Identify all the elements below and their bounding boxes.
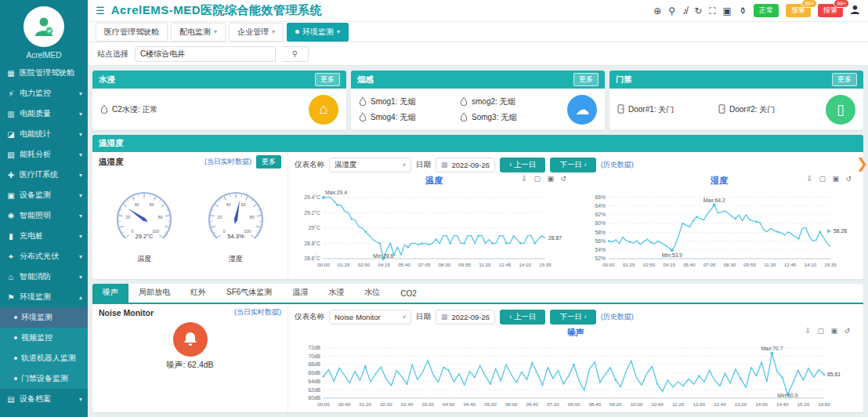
noise-prev-day-button[interactable]: ‹ 上一日 bbox=[500, 310, 545, 325]
sidebar-item[interactable]: ▤设备档案▾ bbox=[0, 389, 88, 409]
sidebar-item-label: 智能消防 bbox=[20, 271, 79, 282]
nav-tab[interactable]: 医疗管理驾驶舱 bbox=[96, 23, 168, 42]
chart-toolbar-icons[interactable]: ⇩ ▢ ▣ ↺ bbox=[806, 175, 854, 183]
svg-text:29.2°C: 29.2°C bbox=[304, 210, 320, 216]
noise-tab-8[interactable]: CO2 bbox=[390, 285, 427, 303]
active-dot-icon bbox=[295, 30, 299, 34]
env-realtime-link[interactable]: (当日实时数据) bbox=[204, 157, 251, 167]
svg-text:29°C: 29°C bbox=[309, 225, 320, 230]
chart-toolbar-icons[interactable]: ⇩ ▢ ▣ ↺ bbox=[521, 175, 569, 183]
gauges: 02040608010029.2°C 温度 02040608010054.3% … bbox=[99, 169, 281, 276]
sidebar-subitem[interactable]: 门禁设备监测 bbox=[0, 368, 88, 389]
env-next-day-button[interactable]: 下一日 › bbox=[550, 158, 595, 172]
noise-next-day-button[interactable]: 下一日 › bbox=[550, 310, 595, 325]
mute-icon[interactable]: ♪̸ bbox=[682, 5, 687, 16]
svg-text:00:00: 00:00 bbox=[602, 262, 615, 267]
noise-tab-5[interactable]: 温湿 bbox=[282, 284, 318, 303]
sidebar-subitem[interactable]: 视频监控 bbox=[0, 328, 88, 348]
noise-tab-7[interactable]: 水位 bbox=[354, 284, 390, 303]
screen-icon[interactable]: ▣ bbox=[723, 5, 732, 16]
svg-text:02:50: 02:50 bbox=[643, 262, 656, 267]
user-icon[interactable] bbox=[850, 5, 860, 17]
sidebar-item[interactable]: ⚡电力监控▾ bbox=[0, 83, 88, 103]
noise-history-link[interactable]: (历史数据) bbox=[601, 312, 634, 322]
sensor-reading: Somg3: 无烟 bbox=[472, 112, 516, 123]
charging-icon: ▮ bbox=[5, 232, 16, 241]
sensor-reading: Door#1: 关门 bbox=[628, 104, 674, 115]
sidebar-item-label: 电力监控 bbox=[20, 88, 79, 99]
sidebar-item[interactable]: ▮充电桩▾ bbox=[0, 226, 88, 246]
sidebar-item[interactable]: ▥电能质量▾ bbox=[0, 103, 88, 124]
clear-icon[interactable]: ⚱ bbox=[739, 5, 747, 16]
site-search-input[interactable] bbox=[135, 46, 276, 62]
sidebar: AcrelMED ▦医院管理驾驶舱⚡电力监控▾▥电能质量▾◪电能统计▾▧能耗分析… bbox=[0, 0, 88, 417]
svg-text:04:15: 04:15 bbox=[663, 262, 675, 267]
sidebar-item[interactable]: ▦医院管理驾驶舱 bbox=[0, 63, 88, 83]
noise-tab-6[interactable]: 水浸 bbox=[318, 284, 354, 303]
svg-text:14:10: 14:10 bbox=[519, 262, 532, 267]
svg-text:58.28: 58.28 bbox=[834, 228, 847, 234]
svg-text:28.8°C: 28.8°C bbox=[304, 241, 320, 246]
sidebar-item[interactable]: ♨智能消防▾ bbox=[0, 267, 88, 287]
noise-date-label: 日期 bbox=[416, 312, 431, 322]
sidebar-item-label: 分布式光伏 bbox=[20, 251, 79, 262]
env-meter-select[interactable]: 温湿度▾ bbox=[329, 158, 411, 172]
globe-icon[interactable]: ⊕ bbox=[653, 5, 661, 16]
water-more-button[interactable]: 更多 bbox=[315, 73, 340, 86]
warning-status-badge[interactable]: 预警99+ bbox=[786, 4, 811, 17]
svg-text:06:40: 06:40 bbox=[526, 401, 539, 407]
calendar-icon: ▦ bbox=[441, 313, 448, 321]
noise-tab-3[interactable]: 红外 bbox=[180, 284, 216, 303]
noise-tab-2[interactable]: 局部放电 bbox=[128, 284, 180, 303]
search-icon[interactable]: ⚲ bbox=[668, 5, 675, 16]
svg-text:64%: 64% bbox=[595, 203, 606, 208]
env-date-picker[interactable]: ▦2022-09-26 bbox=[436, 158, 495, 172]
svg-text:07:05: 07:05 bbox=[418, 262, 431, 267]
sidebar-subitem[interactable]: 环境监测 bbox=[0, 307, 88, 328]
gauge-column: 温湿度 (当日实时数据) 更多 02040608010029.2°C 温度 02… bbox=[92, 152, 288, 279]
droplet-icon bbox=[460, 112, 468, 123]
svg-text:00:40: 00:40 bbox=[338, 401, 351, 407]
sidebar-item[interactable]: ✦分布式光伏▾ bbox=[0, 246, 88, 267]
sidebar-item-label: 能耗分析 bbox=[20, 149, 79, 160]
sidebar-item[interactable]: ▣设备监测▾ bbox=[0, 185, 88, 205]
noise-meter-select[interactable]: Noise Monitor▾ bbox=[329, 310, 411, 325]
fullscreen-icon[interactable]: ⛶ bbox=[709, 5, 715, 16]
alarm-status-badge[interactable]: 报警99+ bbox=[818, 4, 843, 17]
sidebar-item[interactable]: ◪电能统计▾ bbox=[0, 124, 88, 144]
noise-realtime-link[interactable]: (当日实时数据) bbox=[234, 307, 281, 317]
sidebar-subitem[interactable]: 轨道机器人监测 bbox=[0, 348, 88, 368]
refresh-icon[interactable]: ↻ bbox=[694, 5, 702, 16]
sidebar-subitem-label: 轨道机器人监测 bbox=[21, 353, 76, 364]
nav-tab[interactable]: 环境监测▾ bbox=[287, 23, 349, 42]
chart-toolbar-icons[interactable]: ⇩ ▢ ▣ ↺ bbox=[805, 327, 852, 335]
carousel-next-arrow[interactable]: ❯ bbox=[856, 157, 868, 171]
svg-text:70dB: 70dB bbox=[308, 354, 320, 359]
svg-text:29.4°C: 29.4°C bbox=[304, 194, 320, 200]
env-history-link[interactable]: (历史数据) bbox=[601, 160, 634, 170]
sidebar-item[interactable]: ▧能耗分析▾ bbox=[0, 144, 88, 165]
env-more-button[interactable]: 更多 bbox=[256, 155, 281, 169]
sidebar-subitem-label: 环境监测 bbox=[21, 312, 52, 323]
collapse-menu-icon[interactable]: ☰ bbox=[96, 5, 105, 16]
smoke-more-button[interactable]: 更多 bbox=[573, 73, 599, 86]
sidebar-item[interactable]: ✚医疗IT系统▾ bbox=[0, 165, 88, 185]
noise-date-picker[interactable]: ▦2022-09-26 bbox=[436, 310, 495, 325]
site-search-button[interactable]: ⚲ bbox=[282, 46, 309, 62]
noise-summary-column: Noise Monitor (当日实时数据) 噪声: 62.4dB bbox=[92, 304, 288, 412]
svg-text:0: 0 bbox=[132, 229, 134, 234]
door-more-button[interactable]: 更多 bbox=[832, 73, 857, 86]
bullet-icon bbox=[14, 336, 17, 339]
sidebar-item[interactable]: ⚑环境监测▴ bbox=[0, 287, 88, 307]
sidebar-item[interactable]: ✺智能照明▾ bbox=[0, 205, 88, 226]
noise-tab-4[interactable]: SF6气体监测 bbox=[216, 284, 282, 303]
nav-tab[interactable]: 配电监测▾ bbox=[171, 23, 226, 42]
nav-tab[interactable]: 企业管理▾ bbox=[229, 23, 284, 42]
normal-status-badge[interactable]: 正常 bbox=[754, 4, 779, 17]
env-meter-label: 仪表名称 bbox=[295, 160, 324, 170]
svg-text:14:40: 14:40 bbox=[776, 401, 789, 407]
sidebar-item-label: 医院管理驾驶舱 bbox=[20, 67, 82, 78]
noise-meter-label: 仪表名称 bbox=[295, 312, 324, 322]
noise-tab-1[interactable]: 噪声 bbox=[92, 284, 128, 303]
env-prev-day-button[interactable]: ‹ 上一日 bbox=[500, 158, 545, 172]
